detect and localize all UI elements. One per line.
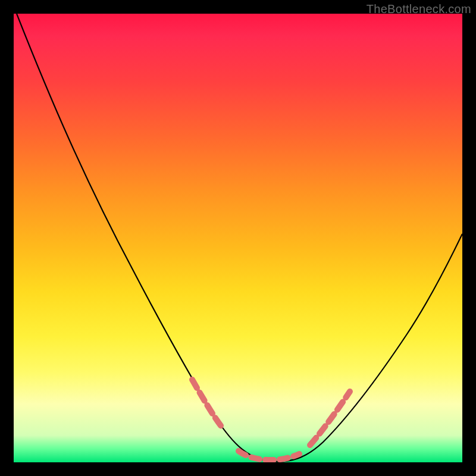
marker-segment-right [310,392,350,445]
bottleneck-curve-path [17,14,462,462]
chart-area [14,14,462,462]
watermark-text: TheBottleneck.com [367,2,471,16]
bottleneck-curve-svg [14,14,462,462]
marker-segment-valley [239,451,299,460]
marker-segment-left [192,380,222,427]
